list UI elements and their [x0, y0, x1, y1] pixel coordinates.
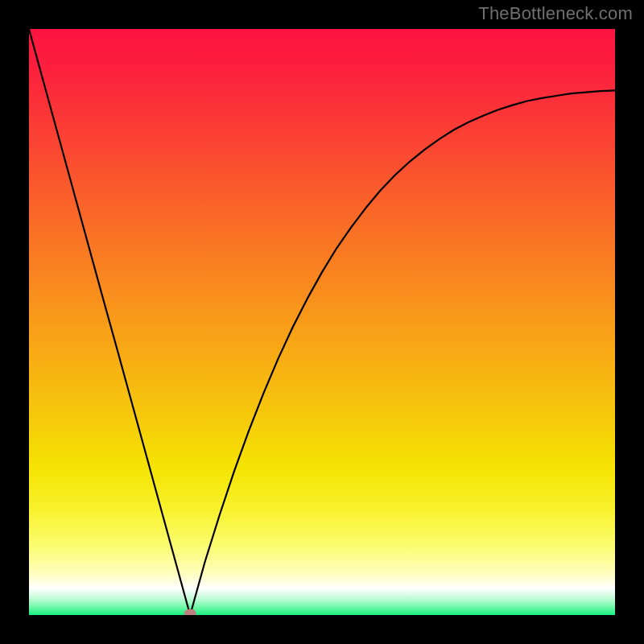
chart-background	[29, 29, 615, 615]
bottleneck-chart	[29, 29, 615, 615]
chart-frame: TheBottleneck.com	[0, 0, 644, 644]
watermark-text: TheBottleneck.com	[478, 3, 633, 24]
